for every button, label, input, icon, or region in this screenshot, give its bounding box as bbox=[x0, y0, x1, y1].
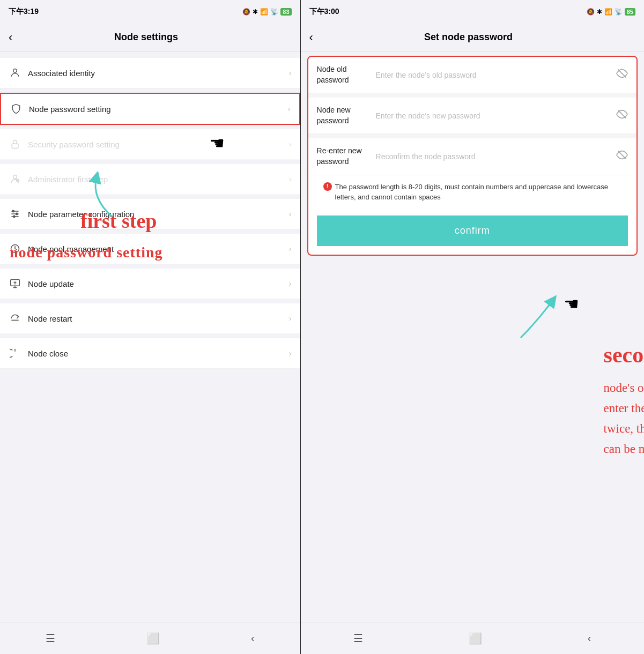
new-password-toggle-icon[interactable] bbox=[616, 108, 628, 123]
restart-icon bbox=[9, 312, 21, 325]
home-icon-r[interactable]: ⬜ bbox=[469, 632, 482, 645]
mute-icon: 🔕 bbox=[242, 8, 250, 16]
menu-item-security-password[interactable]: Security password setting › bbox=[0, 129, 300, 160]
chevron-icon: › bbox=[289, 244, 292, 253]
svg-point-8 bbox=[16, 213, 18, 214]
form-divider-2 bbox=[308, 134, 636, 138]
confirm-button-wrap: confirm bbox=[308, 209, 636, 255]
chevron-icon: › bbox=[289, 210, 292, 218]
node-update-label: Node update bbox=[28, 279, 289, 288]
menu-item-associated-identity[interactable]: Associated identity › bbox=[0, 58, 300, 88]
left-panel: 下午3:19 🔕 ✱ 📶 📡 83 ‹ Node settings Associ… bbox=[0, 0, 300, 654]
password-form-card: Node old password Enter the node's old p… bbox=[307, 56, 638, 256]
confirm-button[interactable]: confirm bbox=[317, 215, 628, 246]
node-restart-label: Node restart bbox=[28, 314, 289, 323]
chevron-icon: › bbox=[288, 105, 291, 113]
error-icon: ! bbox=[323, 182, 332, 191]
chevron-icon: › bbox=[289, 69, 292, 77]
chevron-icon: › bbox=[289, 349, 292, 358]
lock-icon bbox=[9, 138, 21, 151]
menu-icon[interactable]: ☰ bbox=[46, 632, 55, 645]
chevron-icon: › bbox=[289, 175, 292, 183]
menu-item-node-password[interactable]: Node password setting › bbox=[0, 93, 300, 125]
svg-point-2 bbox=[13, 175, 17, 179]
wifi-icon-r: 📡 bbox=[615, 8, 623, 16]
second-step-description: node's old password toverifyenter the sa… bbox=[604, 378, 644, 459]
svg-rect-1 bbox=[12, 144, 18, 148]
error-message-container: ! The password length is 8-20 digits, mu… bbox=[315, 175, 630, 209]
signal-icon: 📶 bbox=[260, 8, 268, 16]
reenter-password-placeholder[interactable]: Reconfirm the node password bbox=[376, 152, 616, 161]
menu-item-node-restart[interactable]: Node restart › bbox=[0, 303, 300, 334]
reenter-password-input-area: Reconfirm the node password bbox=[376, 149, 628, 164]
back-icon-r[interactable]: ‹ bbox=[588, 632, 591, 644]
new-password-placeholder[interactable]: Enter the node's new password bbox=[376, 112, 616, 120]
svg-point-0 bbox=[13, 69, 17, 73]
new-password-row: Node new password Enter the node's new p… bbox=[308, 98, 636, 134]
form-divider-1 bbox=[308, 93, 636, 98]
home-icon[interactable]: ⬜ bbox=[146, 632, 160, 645]
back-icon[interactable]: ‹ bbox=[251, 632, 255, 644]
associated-identity-label: Associated identity bbox=[28, 69, 289, 78]
menu-divider-6 bbox=[0, 264, 300, 269]
svg-point-9 bbox=[13, 215, 15, 217]
chevron-icon: › bbox=[289, 279, 292, 288]
right-page-title: Set node password bbox=[317, 32, 619, 43]
menu-icon-r[interactable]: ☰ bbox=[353, 632, 363, 645]
admin-icon bbox=[9, 173, 21, 185]
old-password-toggle-icon[interactable] bbox=[616, 68, 628, 82]
old-password-input-area: Enter the node's old password bbox=[376, 68, 628, 82]
left-bottom-nav: ☰ ⬜ ‹ bbox=[0, 622, 300, 654]
right-bottom-nav: ☰ ⬜ ‹ bbox=[301, 622, 644, 654]
old-password-placeholder[interactable]: Enter the node's old password bbox=[376, 71, 616, 79]
old-password-label: Node old password bbox=[317, 64, 376, 85]
person-icon bbox=[9, 66, 21, 79]
svg-point-7 bbox=[12, 210, 14, 212]
reenter-password-toggle-icon[interactable] bbox=[616, 149, 628, 164]
right-status-time: 下午3:00 bbox=[309, 7, 339, 17]
error-text: The password length is 8-20 digits, must… bbox=[335, 182, 621, 203]
right-status-bar: 下午3:00 🔕 ✱ 📶 📡 85 bbox=[301, 0, 644, 24]
bluetooth-icon: ✱ bbox=[253, 8, 258, 16]
chevron-icon: › bbox=[289, 314, 292, 323]
right-status-icons: 🔕 ✱ 📶 📡 85 bbox=[587, 8, 635, 16]
mute-icon-r: 🔕 bbox=[587, 8, 595, 16]
node-param-label: Node parameter configuration bbox=[28, 210, 289, 219]
annotation-arrow-right bbox=[488, 289, 574, 343]
update-icon bbox=[9, 277, 21, 290]
error-message: ! The password length is 8-20 digits, mu… bbox=[323, 182, 621, 203]
left-status-bar: 下午3:19 🔕 ✱ 📶 📡 83 bbox=[0, 0, 300, 24]
new-password-label: Node new password bbox=[317, 105, 376, 126]
shield-icon bbox=[10, 102, 23, 115]
menu-item-node-close[interactable]: Node close › bbox=[0, 338, 300, 369]
node-close-label: Node close bbox=[28, 349, 289, 358]
second-step-desc-text: node's old password toverifyenter the sa… bbox=[604, 381, 644, 456]
second-step-annotation: second step bbox=[604, 342, 644, 368]
battery-indicator-r: 85 bbox=[625, 8, 635, 16]
sliders-icon bbox=[9, 207, 21, 220]
right-back-button[interactable]: ‹ bbox=[309, 31, 313, 44]
left-status-time: 下午3:19 bbox=[9, 7, 39, 17]
left-back-button[interactable]: ‹ bbox=[9, 31, 12, 44]
first-step-annotation: first step bbox=[80, 209, 157, 233]
reenter-password-label: Re-enter new password bbox=[317, 146, 376, 167]
administrator-label: Administrator first step bbox=[28, 175, 289, 184]
menu-divider-7 bbox=[0, 299, 300, 303]
menu-divider-8 bbox=[0, 334, 300, 338]
node-password-annotation: node password setting bbox=[10, 244, 162, 261]
bluetooth-icon-r: ✱ bbox=[597, 8, 602, 16]
power-icon bbox=[9, 347, 21, 360]
left-status-icons: 🔕 ✱ 📶 📡 83 bbox=[242, 8, 291, 16]
old-password-row: Node old password Enter the node's old p… bbox=[308, 57, 636, 93]
security-password-label: Security password setting bbox=[28, 140, 289, 149]
battery-indicator: 83 bbox=[280, 8, 291, 16]
right-panel: 下午3:00 🔕 ✱ 📶 📡 85 ‹ Set node password No… bbox=[301, 0, 644, 654]
left-page-title: Node settings bbox=[17, 32, 275, 43]
chevron-icon: › bbox=[289, 140, 292, 148]
menu-divider bbox=[0, 88, 300, 93]
wifi-icon: 📡 bbox=[270, 8, 278, 16]
menu-item-node-update[interactable]: Node update › bbox=[0, 269, 300, 299]
node-password-label: Node password setting bbox=[29, 105, 288, 114]
reenter-password-row: Re-enter new password Reconfirm the node… bbox=[308, 138, 636, 175]
left-nav-bar: ‹ Node settings bbox=[0, 24, 300, 51]
